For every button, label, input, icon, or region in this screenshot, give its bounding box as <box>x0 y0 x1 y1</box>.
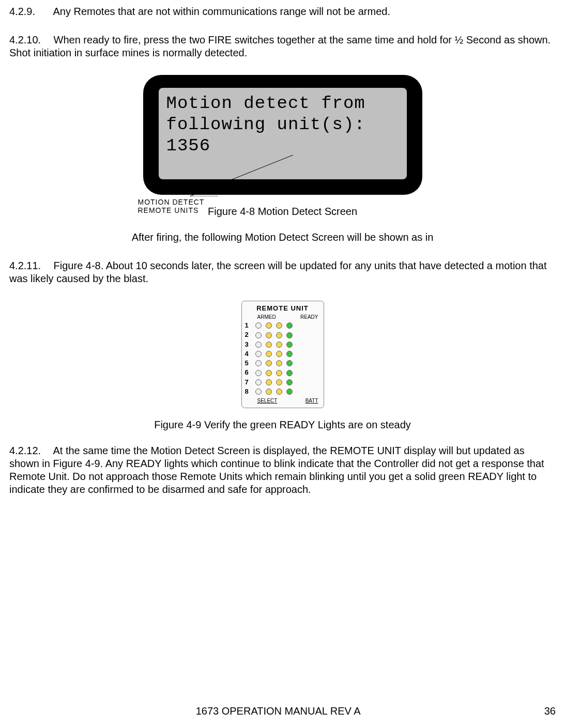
section-number: 4.2.11. <box>9 259 51 272</box>
remote-panel-title: REMOTE UNIT <box>245 304 320 313</box>
footer-center: 1673 OPERATION MANUAL REV A <box>196 705 361 718</box>
led-group <box>255 322 293 329</box>
led-armed-icon <box>255 351 262 357</box>
led-armed-icon <box>255 389 262 395</box>
row-num: 3 <box>245 340 251 349</box>
row-num: 5 <box>245 359 251 367</box>
remote-row: 1 <box>245 321 320 330</box>
led-ready-icon <box>286 370 293 376</box>
footer-spacer <box>9 705 12 718</box>
led-ready-icon <box>286 379 293 385</box>
remote-row: 5 <box>245 359 320 367</box>
remote-unit-panel: REMOTE UNIT ARMED READY 1 2 <box>241 301 324 408</box>
led-group <box>255 342 293 348</box>
remote-panel-columns: ARMED READY <box>245 314 320 322</box>
remote-row: 3 <box>245 340 320 349</box>
section-text: Any Remotes that are not within communic… <box>53 6 390 17</box>
section-4-2-11: 4.2.11. Figure 4-8. About 10 seconds lat… <box>9 259 556 285</box>
led-ready-icon <box>286 342 293 348</box>
led-ready-icon <box>286 360 293 366</box>
lcd-device: Motion detect from following unit(s): 13… <box>143 75 422 195</box>
figure-4-9: REMOTE UNIT ARMED READY 1 2 <box>237 301 328 408</box>
remote-row: 7 <box>245 378 320 386</box>
section-text: At the same time the Motion Detect Scree… <box>9 445 544 495</box>
led-ready-icon <box>286 332 293 338</box>
led-ready-icon <box>286 322 293 329</box>
led-select-icon <box>266 351 272 357</box>
row-num: 8 <box>245 388 251 396</box>
remote-row: 6 <box>245 368 320 377</box>
figure-4-9-caption: Figure 4-9 Verify the green READY Lights… <box>9 419 556 431</box>
led-group <box>255 360 293 366</box>
led-armed-icon <box>255 332 262 338</box>
led-armed-icon <box>255 322 262 329</box>
led-armed-icon <box>255 360 262 366</box>
led-batt-icon <box>276 370 282 376</box>
row-num: 1 <box>245 321 251 330</box>
remote-row: 4 <box>245 350 320 358</box>
section-4-2-12: 4.2.12. At the same time the Motion Dete… <box>9 444 556 496</box>
led-batt-icon <box>276 389 282 395</box>
led-armed-icon <box>255 379 262 385</box>
section-4-2-9: 4.2.9. Any Remotes that are not within c… <box>9 5 556 18</box>
led-select-icon <box>266 370 272 376</box>
lcd-line-2: following unit(s): <box>166 115 365 134</box>
led-armed-icon <box>255 370 262 376</box>
lcd-line-3: 1356 <box>166 136 211 156</box>
section-number: 4.2.12. <box>9 444 51 457</box>
section-text: Figure 4-8. About 10 seconds later, the … <box>9 260 547 284</box>
row-num: 6 <box>245 368 251 377</box>
led-group <box>255 389 293 395</box>
after-firing-text: After firing, the following Motion Detec… <box>9 231 556 244</box>
led-armed-icon <box>255 342 262 348</box>
row-num: 4 <box>245 350 251 358</box>
footer-page-number: 36 <box>544 705 556 718</box>
col-armed: ARMED <box>257 314 276 321</box>
led-group <box>255 332 293 338</box>
led-batt-icon <box>276 379 282 385</box>
section-number: 4.2.9. <box>9 5 51 18</box>
led-select-icon <box>266 360 272 366</box>
led-ready-icon <box>286 351 293 357</box>
led-select-icon <box>266 322 272 329</box>
row-num: 2 <box>245 331 251 339</box>
section-4-2-10: 4.2.10. When ready to fire, press the tw… <box>9 34 556 59</box>
remote-rows: 1 2 3 <box>245 321 320 396</box>
led-batt-icon <box>276 322 282 329</box>
foot-select: SELECT <box>257 398 278 405</box>
led-select-icon <box>266 379 272 385</box>
col-ready: READY <box>300 314 318 321</box>
led-batt-icon <box>276 351 282 357</box>
figure-4-8: Motion detect from following unit(s): 13… <box>138 75 427 195</box>
remote-row: 2 <box>245 331 320 339</box>
lcd-line-1: Motion detect from <box>166 94 365 113</box>
led-ready-icon <box>286 389 293 395</box>
led-group <box>255 379 293 385</box>
section-number: 4.2.10. <box>9 34 51 47</box>
led-batt-icon <box>276 332 282 338</box>
foot-batt: BATT <box>306 398 318 405</box>
led-group <box>255 370 293 376</box>
section-text: When ready to fire, press the two FIRE s… <box>9 34 551 58</box>
remote-row: 8 <box>245 388 320 396</box>
led-select-icon <box>266 389 272 395</box>
remote-foot: SELECT BATT <box>245 397 320 405</box>
led-batt-icon <box>276 342 282 348</box>
led-group <box>255 351 293 357</box>
page-footer: 1673 OPERATION MANUAL REV A 36 <box>0 705 565 718</box>
row-num: 7 <box>245 378 251 386</box>
lcd-screen: Motion detect from following unit(s): 13… <box>159 88 407 179</box>
led-select-icon <box>266 342 272 348</box>
figure-4-8-caption: Figure 4-8 Motion Detect Screen <box>9 205 556 218</box>
led-batt-icon <box>276 360 282 366</box>
leader-caption: MOTION DETECT REMOTE UNITS <box>138 198 205 214</box>
led-select-icon <box>266 332 272 338</box>
